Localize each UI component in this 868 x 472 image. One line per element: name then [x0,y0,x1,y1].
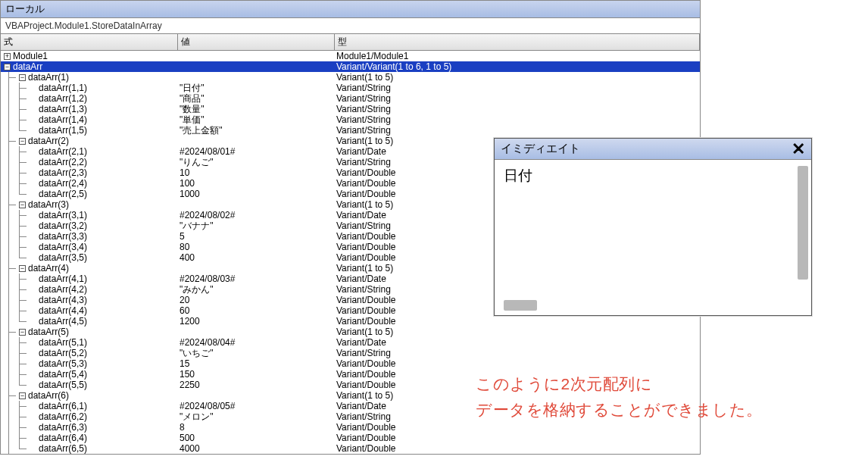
expr-text: dataArr(5,1) [39,337,87,348]
value-cell: 15 [178,358,335,369]
collapse-icon[interactable]: − [19,138,26,145]
value-cell: #2024/08/02# [178,210,335,220]
table-row[interactable]: dataArr(6,3)8Variant/Double [1,422,700,433]
expr-cell: dataArr(1,3) [1,104,178,114]
value-cell: "売上金額" [178,125,335,136]
expr-cell: dataArr(6,4) [1,433,178,443]
table-row[interactable]: dataArr(1,5)"売上金額"Variant/String [1,125,700,136]
value-cell: 500 [178,433,335,443]
table-row[interactable]: dataArr(1,4)"単価"Variant/String [1,114,700,125]
immediate-text: 日付 [504,167,532,183]
value-cell: #2024/08/03# [178,274,335,284]
collapse-icon[interactable]: − [19,329,26,336]
expr-text: dataArr(4,1) [39,274,87,284]
collapse-icon[interactable]: − [19,265,26,272]
expr-text: Module1 [13,51,48,61]
table-row[interactable]: dataArr(4,5)1200Variant/Double [1,316,700,327]
vertical-scrollbar[interactable] [798,166,808,280]
type-cell: Variant/Date [335,337,700,348]
expr-text: dataArr(3,3) [39,231,87,242]
table-row[interactable]: dataArr(1,3)"数量"Variant/String [1,104,700,114]
expr-text: dataArr(2,1) [39,146,87,157]
collapse-icon[interactable]: − [19,202,26,208]
expr-text: dataArr(3,4) [39,242,87,252]
collapse-icon[interactable]: − [19,74,26,81]
value-cell [178,61,335,72]
header-type[interactable]: 型 [335,34,700,50]
table-row[interactable]: −dataArrVariant/Variant(1 to 6, 1 to 5) [1,61,700,72]
header-value[interactable]: 値 [178,34,335,50]
expr-cell: dataArr(4,4) [1,305,178,316]
value-cell: 5 [178,231,335,242]
table-row[interactable]: −dataArr(1)Variant(1 to 5) [1,72,700,83]
value-cell [178,327,335,337]
header-expression[interactable]: 式 [1,34,178,50]
expr-text: dataArr(4,5) [39,316,87,327]
expr-cell: dataArr(4,5) [1,316,178,327]
expr-text: dataArr(6,5) [39,443,87,454]
expr-text: dataArr(4,3) [39,295,87,305]
value-cell: "バナナ" [178,220,335,231]
expand-icon[interactable]: + [4,53,11,60]
type-cell: Variant/String [335,93,700,104]
expr-text: dataArr(4) [28,263,69,274]
value-cell: "商品" [178,93,335,104]
type-cell: Variant/Variant(1 to 6, 1 to 5) [335,61,700,72]
table-row[interactable]: dataArr(5,3)15Variant/Double [1,358,700,369]
expr-text: dataArr(2,4) [39,178,87,189]
expr-cell: dataArr(6,5) [1,443,178,454]
table-row[interactable]: dataArr(6,5)4000Variant/Double [1,443,700,454]
value-cell: 10 [178,167,335,178]
value-cell [178,263,335,274]
collapse-icon[interactable]: − [19,392,26,399]
expr-text: dataArr(1,2) [39,93,87,104]
type-cell: Variant/Double [335,316,700,327]
value-cell: 150 [178,369,335,380]
value-cell: "単価" [178,114,335,125]
expr-cell: dataArr(3,3) [1,231,178,242]
type-cell: Variant(1 to 5) [335,72,700,83]
expr-cell: dataArr(1,4) [1,114,178,125]
value-cell [178,390,335,401]
value-cell: #2024/08/04# [178,337,335,348]
value-cell: "日付" [178,83,335,93]
expr-cell: −dataArr(3) [1,199,178,210]
close-icon[interactable]: ✕ [788,142,808,157]
expr-cell: dataArr(4,3) [1,295,178,305]
table-row[interactable]: +Module1Module1/Module1 [1,51,700,61]
expr-cell: −dataArr(2) [1,136,178,146]
table-row[interactable]: dataArr(6,4)500Variant/Double [1,433,700,443]
expr-cell: dataArr(6,3) [1,422,178,433]
value-cell: "メロン" [178,411,335,422]
type-cell: Variant/Double [335,358,700,369]
table-row[interactable]: −dataArr(5)Variant(1 to 5) [1,327,700,337]
table-row[interactable]: dataArr(1,2)"商品"Variant/String [1,93,700,104]
expr-cell: −dataArr(1) [1,72,178,83]
expr-cell: −dataArr(6) [1,390,178,401]
expr-text: dataArr(2) [28,136,69,146]
table-row[interactable]: dataArr(5,2)"いちご"Variant/String [1,348,700,358]
table-row[interactable]: dataArr(1,1)"日付"Variant/String [1,83,700,93]
expr-cell: dataArr(4,2) [1,284,178,295]
immediate-title: イミディエイト [501,142,580,156]
collapse-icon[interactable]: − [4,64,11,70]
expr-text: dataArr(1) [28,72,69,83]
value-cell: #2024/08/01# [178,146,335,157]
expr-text: dataArr [13,61,42,72]
expr-cell: dataArr(3,4) [1,242,178,252]
expr-cell: dataArr(4,1) [1,274,178,284]
immediate-output[interactable]: 日付 [495,160,811,292]
scope-display: VBAProject.Module1.StoreDataInArray [1,18,700,34]
expr-text: dataArr(2,2) [39,157,87,167]
expr-cell: dataArr(1,1) [1,83,178,93]
table-row[interactable]: dataArr(5,1)#2024/08/04#Variant/Date [1,337,700,348]
value-cell: 20 [178,295,335,305]
expr-text: dataArr(4,2) [39,284,87,295]
horizontal-scrollbar[interactable] [504,300,537,311]
value-cell [178,51,335,61]
type-cell: Variant/String [335,104,700,114]
value-cell: "りんご" [178,157,335,167]
expr-cell: dataArr(6,1) [1,401,178,411]
value-cell: 2250 [178,380,335,390]
expr-text: dataArr(5,2) [39,348,87,358]
